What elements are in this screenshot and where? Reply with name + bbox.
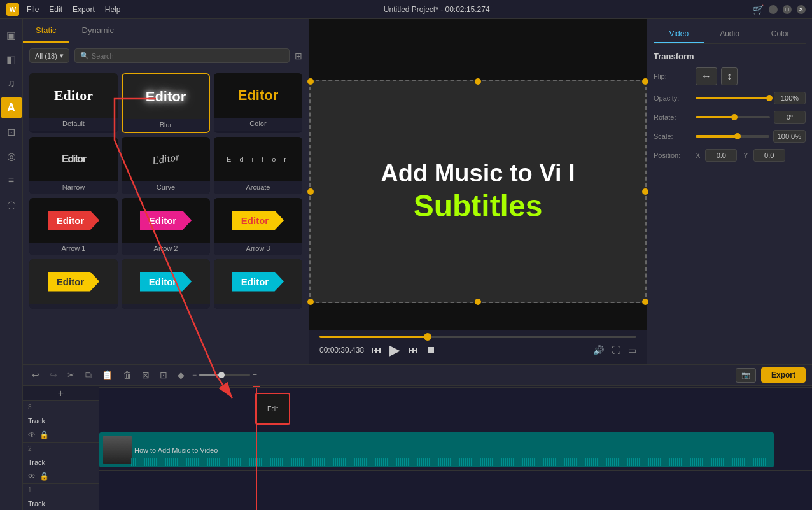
trim-button[interactable]: ⊡	[157, 369, 170, 381]
flip-vertical-button[interactable]: ↕	[721, 67, 738, 85]
position-y-label: Y	[743, 152, 748, 159]
timeline: ↩ ↪ ✂ ⧉ 📋 🗑 ⊠ ⊡ ◆ − + 📷	[23, 364, 812, 510]
filter-row: All (18) ▾ 🔍 ⊞	[23, 43, 309, 68]
editor-clip[interactable]: Edit	[255, 393, 290, 425]
play-btn[interactable]: ▶	[389, 342, 400, 358]
sidebar-item-sticker[interactable]: ◌	[1, 194, 22, 215]
template-item-arrow6[interactable]: Editor	[214, 259, 302, 309]
template-item-default[interactable]: Editor Default	[29, 73, 118, 133]
rotate-label: Rotate:	[654, 113, 692, 121]
subtitles-icon[interactable]: ▭	[628, 345, 636, 355]
search-input[interactable]	[92, 52, 284, 60]
track2-lock-icon[interactable]: 🔒	[39, 472, 49, 481]
marker-button[interactable]: ◆	[175, 369, 187, 381]
video-content: Add Music to Vi l Subtitles	[381, 159, 575, 223]
cut-button[interactable]: ✂	[65, 369, 78, 381]
paste-button[interactable]: 📋	[99, 369, 115, 381]
store-icon[interactable]: 🛒	[753, 4, 764, 15]
template-item-curve[interactable]: Editor Curve	[122, 137, 210, 194]
sidebar-item-audio[interactable]: ♫	[1, 73, 22, 94]
video-clip[interactable]: How to Add Music to Video	[99, 432, 774, 467]
props-panel: Video Audio Color Transform Flip: ↔ ↕	[647, 19, 812, 364]
track3-eye-icon[interactable]: 👁	[28, 430, 36, 439]
rotate-value: 0°	[774, 111, 806, 124]
position-x-value[interactable]: 0.0	[705, 149, 737, 162]
filter-dropdown[interactable]: All (18) ▾	[29, 48, 69, 63]
titlebar: W File Edit Export Help Untitled Project…	[0, 0, 812, 19]
maximize-button[interactable]: □	[783, 5, 792, 14]
template-thumb-narrow: Editor	[29, 137, 118, 181]
snapshot-button[interactable]: 📷	[736, 368, 756, 383]
timeline-scroll-area: 00:00:00.000 00:00:20.000 00:00:40.000 0…	[99, 386, 812, 510]
sidebar-item-effects[interactable]: ◎	[1, 145, 22, 167]
track2-eye-icon[interactable]: 👁	[28, 472, 36, 481]
sidebar-item-filter[interactable]: ≡	[1, 169, 22, 191]
corner-dot-tl	[307, 78, 314, 85]
template-item-arcuate[interactable]: E d i t o r Arcuate	[214, 137, 302, 194]
menu-export[interactable]: Export	[73, 5, 95, 14]
template-item-narrow[interactable]: Editor Narrow	[29, 137, 118, 194]
delete-button[interactable]: 🗑	[120, 369, 134, 381]
template-item-arrow1[interactable]: Editor Arrow 1	[29, 198, 118, 255]
track-labels: + 3 Track 👁 🔒 2 Tra	[23, 386, 99, 510]
volume-icon[interactable]: 🔊	[593, 345, 604, 355]
menu-edit[interactable]: Edit	[49, 5, 62, 14]
tab-static[interactable]: Static	[23, 19, 69, 43]
zoom-in-icon[interactable]: +	[253, 371, 257, 379]
copy-button[interactable]: ⧉	[83, 369, 94, 382]
scale-slider[interactable]	[696, 135, 769, 138]
template-thumb-blur: Editor	[123, 74, 209, 119]
sidebar-item-transitions[interactable]: ⊡	[1, 121, 22, 143]
template-item-arrow3[interactable]: Editor Arrow 3	[214, 198, 302, 255]
menu-file[interactable]: File	[27, 5, 39, 14]
stop-btn[interactable]: ⏹	[426, 344, 436, 356]
search-icon: 🔍	[80, 52, 89, 60]
position-y-value[interactable]: 0.0	[753, 149, 785, 162]
export-button[interactable]: Export	[761, 367, 806, 383]
menu-help[interactable]: Help	[105, 5, 121, 14]
skip-forward-btn[interactable]: ⏭	[408, 344, 418, 356]
zoom-slider[interactable]	[199, 374, 250, 376]
corner-dot-br	[642, 299, 648, 305]
transport-bar: 00:00:30.438 ⏮ ▶ ⏭ ⏹ 🔊 ⛶ ▭	[309, 330, 647, 364]
template-item-color[interactable]: Editor Color	[214, 73, 302, 133]
skip-back-btn[interactable]: ⏮	[372, 344, 382, 356]
add-track-btn[interactable]: +	[23, 386, 99, 401]
track3-lock-icon[interactable]: 🔒	[39, 430, 49, 439]
zoom-out-icon[interactable]: −	[192, 371, 197, 379]
template-label-blur: Blur	[123, 119, 209, 132]
template-item-arrow4[interactable]: Editor	[29, 259, 118, 309]
flip-horizontal-button[interactable]: ↔	[696, 67, 717, 85]
template-item-blur[interactable]: Editor Blur	[122, 73, 210, 133]
template-item-arrow5[interactable]: Editor	[122, 259, 210, 309]
tab-color[interactable]: Color	[755, 25, 806, 43]
props-tabs: Video Audio Color	[654, 25, 806, 44]
scale-label: Scale:	[654, 132, 692, 140]
template-item-arrow2[interactable]: Editor Arrow 2	[122, 198, 210, 255]
redo-button[interactable]: ↪	[47, 369, 60, 381]
preview-wrap: Add Music to Vi l Subtitles	[309, 19, 647, 364]
track-label-2: 2 Track 👁 🔒	[23, 443, 99, 484]
opacity-slider[interactable]	[696, 97, 770, 99]
split-button[interactable]: ⊠	[139, 369, 152, 381]
close-button[interactable]: ✕	[797, 5, 806, 14]
props-section-title: Transform	[654, 52, 806, 61]
tab-video[interactable]: Video	[654, 25, 704, 43]
tab-audio[interactable]: Audio	[704, 25, 755, 43]
sidebar-item-media[interactable]: ▣	[1, 24, 22, 46]
tab-dynamic[interactable]: Dynamic	[69, 19, 127, 43]
undo-button[interactable]: ↩	[29, 369, 42, 381]
template-thumb-arrow1: Editor	[29, 198, 118, 243]
minimize-button[interactable]: —	[769, 5, 778, 14]
flip-label: Flip:	[654, 73, 692, 80]
corner-dot-ml	[307, 188, 314, 195]
template-label-arrow5	[122, 304, 210, 309]
template-grid: Editor Default Editor Blur E	[23, 68, 309, 314]
template-thumb-default: Editor	[29, 73, 118, 118]
fullscreen-icon[interactable]: ⛶	[612, 345, 620, 355]
sidebar-item-layers[interactable]: ◧	[1, 48, 22, 70]
sidebar-item-text[interactable]: A	[1, 97, 22, 118]
grid-view-button[interactable]: ⊞	[295, 51, 302, 61]
position-row: Position: X 0.0 Y 0.0	[654, 149, 806, 162]
rotate-slider[interactable]	[696, 116, 770, 118]
